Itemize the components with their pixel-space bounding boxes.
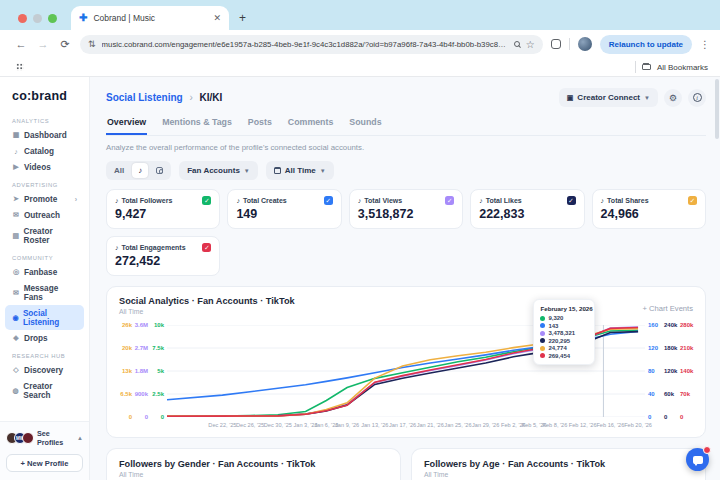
sidebar-item-label: Dashboard [24, 131, 67, 140]
close-tab-icon[interactable]: ✕ [213, 13, 221, 23]
axis-tick: 7.5k [152, 345, 164, 351]
relaunch-button[interactable]: Relaunch to update [600, 35, 692, 54]
reload-icon[interactable]: ⟳ [58, 38, 72, 51]
scrollbar[interactable] [715, 79, 719, 478]
time-range-dropdown[interactable]: All Time ▼ [266, 161, 334, 180]
apps-grid-icon[interactable] [16, 63, 24, 71]
forward-icon[interactable]: → [36, 38, 50, 50]
axis-tick: 1.8M [135, 368, 148, 374]
music-note-icon: ♪ [115, 197, 119, 204]
sidebar-item-label: Social Listening [23, 309, 77, 327]
axis-tick: 20k [122, 345, 132, 351]
x-tick-label: Feb 16, '26 [596, 422, 624, 428]
sidebar-item-discovery[interactable]: ◇Discovery [5, 362, 84, 378]
search-icon[interactable] [514, 41, 520, 47]
chat-widget-button[interactable] [686, 448, 709, 471]
tab-title: Cobrand | Music [93, 13, 207, 23]
info-button[interactable]: i [688, 89, 706, 107]
series-toggle-checkbox[interactable]: ✓ [445, 196, 454, 205]
sidebar: co:brand ANALYTICS▦Dashboard♪Catalog▶Vid… [0, 77, 90, 480]
sidebar-item-creator-roster[interactable]: ▤Creator Roster [5, 223, 84, 248]
all-bookmarks-button[interactable]: All Bookmarks [657, 63, 708, 72]
gear-icon: ⚙ [669, 93, 677, 103]
browser-profile-avatar[interactable] [578, 37, 592, 51]
sidebar-item-promote[interactable]: ➤Promote› [5, 191, 84, 207]
followers-axis: 10k7.5k5k2.5k0 [151, 325, 167, 417]
axis-tick: 240k [664, 322, 677, 328]
tooltip-row: 3,478,321 [540, 330, 588, 336]
maximize-window-button[interactable] [48, 14, 57, 23]
account-type-label: Fan Accounts [187, 166, 240, 175]
series-dot [540, 346, 545, 351]
minimize-window-button[interactable] [33, 14, 42, 23]
series-toggle-checkbox[interactable]: ✓ [202, 243, 211, 252]
bottom-cards: Followers by Gender · Fan Accounts · Tik… [106, 448, 706, 480]
sidebar-item-fanbase[interactable]: ◎Fanbase [5, 264, 84, 280]
platform-tiktok-option[interactable]: ♪ [132, 163, 148, 178]
catalog-icon: ♪ [12, 148, 20, 155]
x-tick-label: Feb 20, '26 [624, 422, 652, 428]
sidebar-item-videos[interactable]: ▶Videos [5, 159, 84, 175]
sidebar-item-message-fans[interactable]: ✉Message Fans [5, 280, 84, 305]
axis-tick: 60k [664, 391, 674, 397]
back-icon[interactable]: ← [14, 38, 28, 50]
axis-tick: 120k [664, 368, 677, 374]
url-bar[interactable]: ⇅ music.cobrand.com/engagement/e6e1957a-… [80, 35, 543, 54]
breadcrumb: Social Listening › KI/KI [106, 92, 222, 103]
axis-tick: 0 [129, 414, 132, 420]
browser-tab[interactable]: ✚ Cobrand | Music ✕ [71, 6, 229, 30]
tab-comments[interactable]: Comments [287, 117, 334, 135]
sidebar-item-label: Catalog [24, 147, 54, 156]
time-range-label: All Time [285, 166, 316, 175]
creator-connect-label: Creator Connect [577, 93, 640, 102]
see-profiles-row[interactable]: MW See Profiles ▲ [6, 429, 83, 447]
series-toggle-checkbox[interactable]: ✓ [567, 196, 576, 205]
axis-tick: 6.5k [120, 391, 132, 397]
fanbase-icon: ◎ [12, 268, 20, 276]
tab-mentions-tags[interactable]: Mentions & Tags [161, 117, 233, 135]
tab-sounds[interactable]: Sounds [348, 117, 382, 135]
x-axis-labels: Dec 22, '25Dec 26, '25Dec 30, '25Jan 3, … [167, 420, 645, 431]
stat-value: 9,427 [115, 207, 211, 221]
chart-tooltip: February 15, 2026 9,3201433,478,321220,2… [533, 299, 595, 365]
profile-avatars: MW [6, 432, 34, 444]
sidebar-item-outreach[interactable]: ✉Outreach [5, 207, 84, 223]
music-note-icon: ♪ [358, 197, 362, 204]
stat-label: Total Followers [122, 197, 200, 204]
platform-instagram-option[interactable] [150, 163, 169, 178]
axis-tick: 140k [680, 368, 693, 374]
series-toggle-checkbox[interactable]: ✓ [202, 196, 211, 205]
axis-tick: 80 [648, 368, 655, 374]
tab-posts[interactable]: Posts [247, 117, 273, 135]
tab-overview[interactable]: Overview [106, 117, 147, 135]
sidebar-item-social-listening[interactable]: ◉Social Listening [5, 305, 84, 330]
series-toggle-checkbox[interactable]: ✓ [324, 196, 333, 205]
stat-label: Total Views [364, 197, 442, 204]
creator-connect-icon: ▣ [567, 94, 574, 102]
breadcrumb-parent-link[interactable]: Social Listening [106, 92, 183, 103]
new-profile-button[interactable]: + New Profile [6, 454, 83, 472]
sidebar-item-drops[interactable]: ◈Drops [5, 330, 84, 346]
creator-connect-button[interactable]: ▣ Creator Connect ▼ [559, 88, 658, 107]
card-title: Followers by Age · Fan Accounts · TikTok [424, 459, 693, 469]
sidebar-item-creator-search[interactable]: ◍Creator Search [5, 378, 84, 403]
creator-roster-icon: ▤ [12, 232, 19, 240]
series-toggle-checkbox[interactable]: ✓ [688, 196, 697, 205]
chart-plot[interactable]: February 15, 2026 9,3201433,478,321220,2… [167, 325, 645, 417]
platform-all-option[interactable]: All [108, 163, 130, 178]
browser-menu-icon[interactable]: ⋮ [700, 39, 710, 50]
stat-value: 272,452 [115, 254, 211, 268]
chart-events-link[interactable]: + Chart Events [643, 304, 693, 313]
sidebar-item-catalog[interactable]: ♪Catalog [5, 143, 84, 159]
left-axes: 26k20k13k6.5k03.6M2.7M1.8M900k010k7.5k5k… [119, 325, 167, 417]
account-type-dropdown[interactable]: Fan Accounts ▼ [179, 161, 258, 180]
new-tab-button[interactable]: + [239, 13, 246, 23]
site-settings-icon[interactable]: ⇅ [88, 39, 96, 49]
sidebar-item-dashboard[interactable]: ▦Dashboard [5, 127, 84, 143]
bookmark-star-icon[interactable]: ☆ [526, 39, 535, 50]
extensions-icon[interactable] [551, 39, 561, 49]
stat-card-header: ♪Total Creates✓ [236, 196, 332, 205]
close-window-button[interactable] [18, 14, 27, 23]
settings-button[interactable]: ⚙ [664, 89, 682, 107]
brand-logo[interactable]: co:brand [0, 77, 89, 111]
